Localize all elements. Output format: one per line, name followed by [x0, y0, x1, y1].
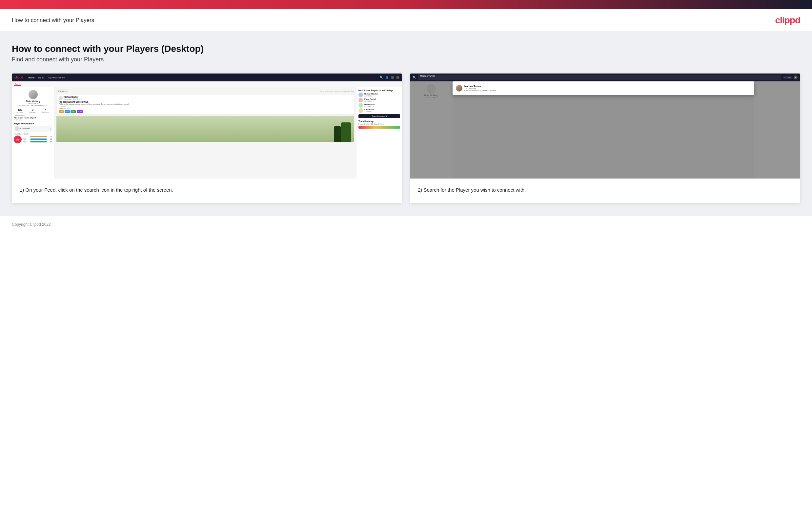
tag-app: APP: [64, 110, 70, 113]
followers-val: 3: [29, 108, 36, 111]
quality-score: 84: [14, 135, 21, 143]
search-icon: 🔍: [380, 76, 383, 79]
ott-label: OTT: [23, 135, 29, 137]
activity-duration: Duration 02 hr : 00 min: [59, 106, 352, 110]
close-button[interactable]: ✕: [794, 76, 798, 79]
search-icon-2: 🔍: [413, 76, 416, 79]
player-row-1: Richard Butler Activities: 7: [359, 92, 400, 97]
ott-row: OTT 79: [23, 135, 52, 137]
mini-stats-row: 129 Activities 3 Followers 4 Following: [14, 108, 52, 113]
settings-icon: [391, 76, 394, 79]
mini-right-panel-1: Most Active Players - Last 30 days Richa…: [356, 87, 402, 178]
search-input-value: Marcus Turner: [420, 75, 435, 77]
golfer-figure: [341, 122, 351, 142]
player-4-activities: Activities: 1: [364, 111, 375, 113]
top-bar: [0, 0, 812, 9]
mini-ui-2: clippd Home Teams My Performance 🔍 Marcu…: [410, 74, 800, 178]
mini-body-1: Blair McHarg Golf Coach Mill Ride Golf C…: [12, 87, 402, 178]
main-subheading: Find and connect with your Players: [12, 56, 800, 63]
mini-nav-home: Home: [29, 77, 35, 79]
player-row-3: Hiral Pujara Activities: 3: [359, 103, 400, 108]
followers-label: Followers: [29, 111, 36, 113]
following-label: Following: [42, 111, 49, 113]
caption-step-1: 1) On your Feed, click on the search ico…: [20, 186, 394, 194]
avatar-icon: [396, 76, 399, 79]
mini-center-panel-1: Following ▾ Control who can see your act…: [54, 87, 356, 178]
screenshots-row: clippd Home Teams My Performance 🔍 👤: [12, 74, 800, 203]
app-row: APP 70: [23, 138, 52, 140]
search-result-dropdown: Marcus Turner 1-5 Handicap Cypress Point…: [452, 81, 754, 95]
screenshot-inner-2: clippd Home Teams My Performance 🔍 Marcu…: [410, 74, 800, 178]
duration-val: 02 hr : 00 min: [59, 108, 70, 110]
header: How to connect with your Players clippd: [0, 9, 812, 32]
following-btn[interactable]: Following ▾: [56, 89, 69, 93]
mini-nav-right: 🔍 👤: [380, 76, 399, 79]
brand-logo: clippd: [775, 15, 800, 26]
following-stat: 4 Following: [42, 108, 49, 113]
mini-logo-1: clippd: [14, 76, 23, 79]
quality-label: Total Player Quality: [14, 133, 52, 135]
heatmap-sublabel: Player Quality · 25 Round Trend: [359, 123, 400, 125]
player-dropdown[interactable]: Eli Vincent ▾: [14, 126, 52, 132]
arg-val: 84: [48, 141, 52, 143]
mini-nav-1: clippd Home Teams My Performance 🔍 👤: [12, 74, 402, 81]
overlay-bg: [410, 81, 800, 178]
player-2-avatar: [359, 98, 363, 102]
team-heatmap-label: Team Heatmap: [359, 120, 400, 122]
mini-left-panel-1: Blair McHarg Golf Coach Mill Ride Golf C…: [12, 87, 54, 178]
search-result-item[interactable]: Marcus Turner 1-5 Handicap Cypress Point…: [455, 83, 752, 93]
avatar-img: [29, 90, 38, 99]
player-row-2: Piers Parnell Activities: 4: [359, 98, 400, 102]
profile-club: Mill Ride Golf Club, United Kingdom: [14, 104, 52, 106]
main-content: How to connect with your Players (Deskto…: [0, 32, 812, 216]
clear-button[interactable]: CLEAR: [783, 76, 792, 79]
mini-feed-tab: Feed: [12, 81, 402, 87]
arg-label: ARG: [23, 141, 29, 143]
activity-user-info: Richard Butler Yesterday · The Grove: [64, 96, 82, 100]
screenshot-card-2: clippd Home Teams My Performance 🔍 Marcu…: [410, 74, 800, 203]
mini-nav-teams: Teams: [38, 77, 45, 79]
activity-desc: Walking the course with my coach to buil…: [59, 103, 352, 105]
mini-profile-area: Blair McHarg Golf Coach Mill Ride Golf C…: [14, 90, 52, 106]
activity-title: Pre Tournament Course Walk: [59, 101, 352, 103]
activities-label: Activities: [17, 111, 23, 113]
player-3-activities: Activities: 3: [364, 105, 375, 107]
player-4-info: Eli Vincent Activities: 1: [364, 109, 375, 113]
arg-row: ARG 84: [23, 141, 52, 143]
golfer2-figure: [334, 126, 341, 142]
activity-user-avatar: [59, 96, 63, 100]
search-result-info: Marcus Turner 1-5 Handicap Cypress Point…: [464, 85, 496, 92]
latest-activity-date: 27 Jul 2022: [14, 119, 52, 121]
arg-bar: [30, 141, 47, 142]
team-dashboard-btn[interactable]: Team Dashboard: [359, 114, 400, 118]
screenshot-inner-1: clippd Home Teams My Performance 🔍 👤: [12, 74, 402, 178]
quality-bars: OTT 79 APP 70: [23, 135, 52, 143]
followers-stat: 3 Followers: [29, 108, 36, 113]
player-1-info: Richard Butler Activities: 7: [364, 93, 378, 97]
copyright: Copyright Clippd 2022: [12, 222, 51, 227]
app-bar: [30, 138, 47, 140]
activity-user-sub: Yesterday · The Grove: [64, 98, 82, 100]
main-heading: How to connect with your Players (Deskto…: [12, 44, 800, 54]
most-active-header: Most Active Players - Last 30 days: [359, 89, 400, 92]
caption-step-2: 2) Search for the Player you wish to con…: [418, 186, 792, 194]
dropdown-chevron: ▾: [50, 128, 51, 130]
caption-area-1: 1) On your Feed, click on the search ico…: [12, 178, 402, 203]
player-2-activities: Activities: 4: [364, 100, 376, 102]
tag-putt: PUTT: [77, 110, 83, 113]
player-dropdown-name: Eli Vincent: [20, 128, 30, 130]
control-link: Control who can see your activity and da…: [320, 90, 354, 92]
tag-ott: OTT: [59, 110, 64, 113]
caption-area-2: 2) Search for the Player you wish to con…: [410, 178, 800, 203]
ott-val: 79: [48, 135, 52, 137]
people-icon: 👤: [385, 76, 389, 79]
player-2-info: Piers Parnell Activities: 4: [364, 98, 376, 102]
page-title: How to connect with your Players: [12, 17, 94, 24]
activities-val: 129: [17, 108, 23, 111]
search-input[interactable]: Marcus Turner: [418, 75, 781, 80]
search-bar: 🔍 Marcus Turner CLEAR ✕: [410, 74, 800, 81]
footer: Copyright Clippd 2022: [0, 216, 812, 233]
latest-activity-label: Latest Activity: [14, 115, 52, 117]
activity-tags: OTT APP ARG PUTT: [59, 110, 352, 113]
player-3-info: Hiral Pujara Activities: 3: [364, 103, 375, 107]
